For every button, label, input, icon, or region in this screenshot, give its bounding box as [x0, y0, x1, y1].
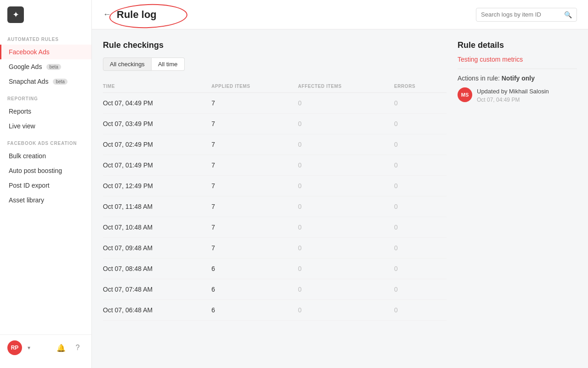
table-row[interactable]: Oct 07, 02:49 PM700: [103, 134, 447, 155]
divider: [458, 69, 577, 69]
table-row[interactable]: Oct 07, 11:48 AM700: [103, 196, 447, 217]
cell-applied: 7: [211, 238, 298, 259]
sidebar-item-label: Bulk creation: [9, 152, 46, 160]
user-avatar[interactable]: RP: [7, 340, 22, 355]
table-row[interactable]: Oct 07, 08:48 AM600: [103, 259, 447, 279]
ms-avatar: MS: [458, 87, 472, 102]
sidebar-item-label: Google Ads: [9, 63, 42, 70]
left-panel: Rule checkings All checkingsAll time Tim…: [103, 40, 447, 357]
avatar-initials: RP: [11, 345, 19, 351]
rule-details-title: Rule details: [458, 40, 577, 50]
cell-affected: 0: [298, 196, 394, 217]
table-row[interactable]: Oct 07, 04:49 PM700: [103, 93, 447, 114]
cell-applied: 6: [211, 259, 298, 279]
sidebar-item-label: Reports: [9, 108, 31, 115]
cell-errors: 0: [394, 196, 447, 217]
rule-name[interactable]: Testing custom metrics: [458, 56, 577, 63]
actions-label: Actions in rule:: [458, 75, 500, 82]
beta-badge: beta: [46, 64, 61, 70]
table-header: Time Applied Items Affected Items Errors: [103, 80, 447, 93]
sidebar-item-google-ads[interactable]: Google Adsbeta: [0, 59, 91, 74]
cell-affected: 0: [298, 279, 394, 300]
cell-affected: 0: [298, 259, 394, 279]
table-row[interactable]: Oct 07, 07:48 AM600: [103, 279, 447, 300]
sidebar-item-snapchat-ads[interactable]: Snapchat Adsbeta: [0, 74, 91, 89]
bottom-icons: 🔔 ?: [55, 341, 84, 354]
search-icon: 🔍: [564, 11, 572, 18]
table-row[interactable]: Oct 07, 03:49 PM700: [103, 114, 447, 134]
table-row[interactable]: Oct 07, 01:49 PM700: [103, 155, 447, 176]
cell-time: Oct 07, 04:49 PM: [103, 93, 211, 114]
cell-time: Oct 07, 11:48 AM: [103, 196, 211, 217]
sidebar-item-label: Post ID export: [9, 182, 50, 189]
table-row[interactable]: Oct 07, 06:48 AM600: [103, 300, 447, 321]
logo-symbol: ✦: [12, 10, 19, 20]
filter-tab-1[interactable]: All time: [152, 58, 185, 71]
cell-applied: 7: [211, 196, 298, 217]
page-title-wrapper: Rule log: [117, 9, 157, 21]
table-row[interactable]: Oct 07, 09:48 AM700: [103, 238, 447, 259]
cell-time: Oct 07, 12:49 PM: [103, 176, 211, 196]
sidebar-item-bulk-creation[interactable]: Bulk creation: [0, 149, 91, 163]
search-input[interactable]: [481, 11, 560, 18]
actions-value: Notify only: [502, 75, 535, 82]
logo-icon: ✦: [7, 6, 24, 23]
table-row[interactable]: Oct 07, 10:48 AM700: [103, 217, 447, 238]
sidebar-item-asset-library[interactable]: Asset library: [0, 193, 91, 207]
cell-time: Oct 07, 03:49 PM: [103, 114, 211, 134]
notifications-icon[interactable]: 🔔: [55, 341, 68, 354]
cell-affected: 0: [298, 217, 394, 238]
cell-errors: 0: [394, 217, 447, 238]
cell-applied: 7: [211, 134, 298, 155]
beta-badge: beta: [53, 79, 67, 85]
help-icon[interactable]: ?: [71, 341, 84, 354]
back-button[interactable]: ←: [103, 10, 111, 19]
sidebar: ✦ Automated RulesFacebook AdsGoogle Adsb…: [0, 0, 92, 368]
cell-affected: 0: [298, 93, 394, 114]
sidebar-item-post-id-export[interactable]: Post ID export: [0, 178, 91, 193]
cell-errors: 0: [394, 134, 447, 155]
filter-tab-0[interactable]: All checkings: [103, 58, 152, 71]
sidebar-item-auto-post-boosting[interactable]: Auto post boosting: [0, 163, 91, 178]
cell-affected: 0: [298, 134, 394, 155]
log-table: Time Applied Items Affected Items Errors…: [103, 80, 447, 321]
back-arrow-icon: ←: [103, 10, 111, 19]
cell-applied: 6: [211, 300, 298, 321]
col-affected: Affected Items: [298, 80, 394, 93]
cell-errors: 0: [394, 93, 447, 114]
cell-affected: 0: [298, 155, 394, 176]
updated-by: Updated by Mikhail Salosin: [477, 87, 549, 96]
table-body: Oct 07, 04:49 PM700Oct 07, 03:49 PM700Oc…: [103, 93, 447, 321]
cell-applied: 7: [211, 155, 298, 176]
avatar-initials: MS: [461, 92, 469, 98]
sidebar-item-label: Facebook Ads: [9, 48, 50, 56]
cell-applied: 7: [211, 176, 298, 196]
cell-affected: 0: [298, 114, 394, 134]
actions-in-rule: Actions in rule: Notify only: [458, 75, 577, 82]
sidebar-item-label: Snapchat Ads: [9, 78, 48, 85]
sidebar-logo: ✦: [0, 0, 91, 29]
col-applied: Applied Items: [211, 80, 298, 93]
cell-applied: 6: [211, 279, 298, 300]
sidebar-item-facebook-ads[interactable]: Facebook Ads: [0, 45, 91, 59]
sidebar-item-label: Auto post boosting: [9, 167, 62, 174]
content-area: Rule checkings All checkingsAll time Tim…: [92, 29, 588, 368]
sidebar-bottom: RP ▾ 🔔 ?: [0, 334, 91, 361]
cell-errors: 0: [394, 300, 447, 321]
updated-time: Oct 07, 04:49 PM: [477, 97, 549, 103]
table-row[interactable]: Oct 07, 12:49 PM700: [103, 176, 447, 196]
cell-time: Oct 07, 01:49 PM: [103, 155, 211, 176]
main-content: ← Rule log 🔍 Rule checkings All checking…: [92, 0, 588, 368]
cell-time: Oct 07, 09:48 AM: [103, 238, 211, 259]
search-box[interactable]: 🔍: [476, 8, 577, 22]
cell-errors: 0: [394, 259, 447, 279]
section-title: Rule checkings: [103, 40, 447, 50]
sidebar-section-label: Facebook Ads Creation: [0, 133, 91, 149]
right-panel: Rule details Testing custom metrics Acti…: [458, 40, 577, 357]
sidebar-item-reports[interactable]: Reports: [0, 104, 91, 119]
cell-errors: 0: [394, 155, 447, 176]
cell-errors: 0: [394, 279, 447, 300]
chevron-down-icon[interactable]: ▾: [28, 345, 30, 351]
cell-time: Oct 07, 02:49 PM: [103, 134, 211, 155]
sidebar-item-live-view[interactable]: Live view: [0, 119, 91, 133]
